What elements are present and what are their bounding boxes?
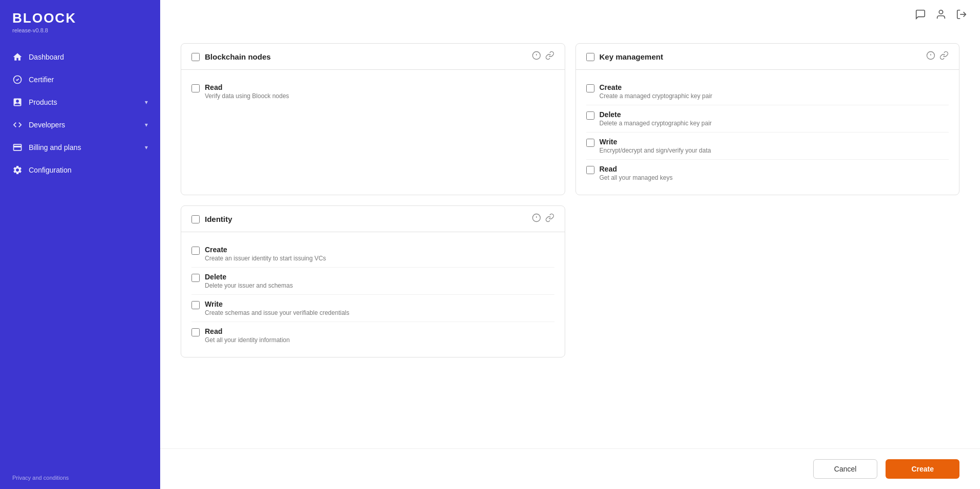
key-management-body: Create Create a managed cryptographic ke… [576, 70, 959, 195]
billing-icon [12, 142, 23, 153]
permission-id-delete: Delete Delete your issuer and schemas [191, 267, 554, 294]
logo-area: BLOOCK release-v0.8.8 [0, 0, 160, 37]
key-management-title: Key management [600, 52, 921, 61]
perm-bc-read-name: Read [205, 83, 289, 91]
two-col-row-2: Identity Create [181, 205, 959, 368]
topbar [902, 0, 980, 29]
sidebar-item-configuration-label: Configuration [29, 166, 71, 174]
sidebar-item-developers[interactable]: Developers ▾ [0, 114, 160, 136]
identity-body: Create Create an issuer identity to star… [181, 232, 565, 357]
checkbox-km-read[interactable] [586, 166, 594, 174]
identity-checkbox[interactable] [191, 215, 200, 223]
permission-km-write: Write Encrypt/decrypt and sign/verify yo… [586, 132, 949, 159]
identity-card: Identity Create [181, 205, 565, 358]
identity-title: Identity [205, 215, 527, 223]
perm-km-read-desc: Get all your managed keys [600, 174, 673, 181]
svg-point-0 [939, 10, 943, 14]
key-management-checkbox[interactable] [586, 53, 594, 61]
permission-id-write: Write Create schemas and issue your veri… [191, 294, 554, 322]
create-button[interactable]: Create [886, 459, 959, 479]
sidebar-item-configuration[interactable]: Configuration [0, 159, 160, 181]
blockchain-nodes-checkbox[interactable] [191, 53, 200, 61]
key-management-header: Key management [576, 44, 959, 70]
perm-id-read-name: Read [205, 327, 290, 335]
sidebar-item-products[interactable]: Products ▾ [0, 91, 160, 114]
permission-km-create: Create Create a managed cryptographic ke… [586, 78, 949, 105]
chevron-down-icon-3: ▾ [145, 144, 148, 151]
blockchain-nodes-icons [532, 51, 554, 62]
info-icon-identity[interactable] [532, 213, 541, 224]
sidebar-nav: Dashboard Certifier Products ▾ Developer… [0, 37, 160, 466]
checkbox-bc-read[interactable] [191, 84, 200, 92]
perm-id-create-name: Create [205, 246, 326, 254]
footer-buttons: Cancel Create [160, 448, 980, 489]
form-content: Blockchain nodes Read [160, 0, 980, 448]
chat-icon[interactable] [912, 6, 929, 23]
checkbox-id-create[interactable] [191, 247, 200, 255]
perm-km-write-desc: Encrypt/decrypt and sign/verify your dat… [600, 147, 711, 154]
perm-id-delete-desc: Delete your issuer and schemas [205, 282, 293, 289]
empty-right-col [575, 205, 960, 368]
perm-km-read-name: Read [600, 165, 673, 173]
key-management-icons [926, 51, 949, 62]
identity-icons [532, 213, 554, 224]
perm-id-create-desc: Create an issuer identity to start issui… [205, 255, 326, 262]
perm-km-create-desc: Create a managed cryptographic key pair [600, 92, 713, 100]
sidebar: BLOOCK release-v0.8.8 Dashboard Certifie… [0, 0, 160, 489]
sidebar-item-dashboard[interactable]: Dashboard [0, 46, 160, 68]
app-name: BLOOCK [12, 10, 148, 26]
checkbox-id-read[interactable] [191, 328, 200, 336]
home-icon [12, 52, 23, 62]
blockchain-nodes-header: Blockchain nodes [181, 44, 565, 70]
sidebar-item-billing[interactable]: Billing and plans ▾ [0, 136, 160, 159]
perm-id-read-desc: Get all your identity information [205, 336, 290, 344]
info-icon-km[interactable] [926, 51, 935, 62]
checkbox-km-create[interactable] [586, 84, 594, 92]
products-icon [12, 97, 23, 107]
logout-icon[interactable] [953, 6, 970, 23]
perm-id-delete-name: Delete [205, 273, 293, 281]
link-icon-identity[interactable] [545, 213, 554, 224]
perm-id-write-name: Write [205, 300, 349, 308]
checkbox-km-write[interactable] [586, 139, 594, 147]
two-col-row-1: Blockchain nodes Read [181, 43, 959, 205]
main-content-area: Blockchain nodes Read [160, 0, 980, 489]
config-icon [12, 165, 23, 175]
sidebar-item-certifier[interactable]: Certifier [0, 68, 160, 91]
link-icon-km[interactable] [939, 51, 949, 62]
info-icon-blockchain[interactable] [532, 51, 541, 62]
checkbox-id-delete[interactable] [191, 274, 200, 282]
sidebar-item-certifier-label: Certifier [29, 76, 54, 84]
checkbox-km-delete[interactable] [586, 111, 594, 120]
blockchain-nodes-title: Blockchain nodes [205, 52, 527, 61]
perm-km-delete-name: Delete [600, 110, 712, 119]
permission-km-read: Read Get all your managed keys [586, 159, 949, 186]
developers-icon [12, 120, 23, 130]
perm-id-write-desc: Create schemas and issue your verifiable… [205, 309, 349, 316]
app-version: release-v0.8.8 [12, 27, 148, 33]
blockchain-nodes-body: Read Verify data using Bloock nodes [181, 70, 565, 113]
permission-id-read: Read Get all your identity information [191, 322, 554, 349]
key-management-card: Key management Create [575, 43, 960, 195]
permission-id-create: Create Create an issuer identity to star… [191, 240, 554, 267]
sidebar-item-products-label: Products [29, 98, 57, 106]
link-icon-blockchain[interactable] [545, 51, 554, 62]
certifier-icon [12, 74, 23, 85]
sidebar-item-dashboard-label: Dashboard [29, 53, 64, 61]
identity-header: Identity [181, 206, 565, 232]
footer-link[interactable]: Privacy and conditions [0, 466, 160, 489]
permission-km-delete: Delete Delete a managed cryptographic ke… [586, 105, 949, 132]
checkbox-id-write[interactable] [191, 301, 200, 309]
chevron-down-icon-2: ▾ [145, 121, 148, 128]
sidebar-item-developers-label: Developers [29, 121, 65, 129]
blockchain-nodes-card: Blockchain nodes Read [181, 43, 565, 195]
perm-km-delete-desc: Delete a managed cryptographic key pair [600, 120, 712, 127]
perm-bc-read-desc: Verify data using Bloock nodes [205, 92, 289, 100]
chevron-down-icon: ▾ [145, 99, 148, 106]
perm-km-write-name: Write [600, 138, 711, 146]
cancel-button[interactable]: Cancel [813, 459, 878, 479]
sidebar-item-billing-label: Billing and plans [29, 143, 81, 152]
user-icon[interactable] [933, 6, 949, 23]
permission-bc-read: Read Verify data using Bloock nodes [191, 78, 554, 105]
perm-km-create-name: Create [600, 83, 713, 91]
